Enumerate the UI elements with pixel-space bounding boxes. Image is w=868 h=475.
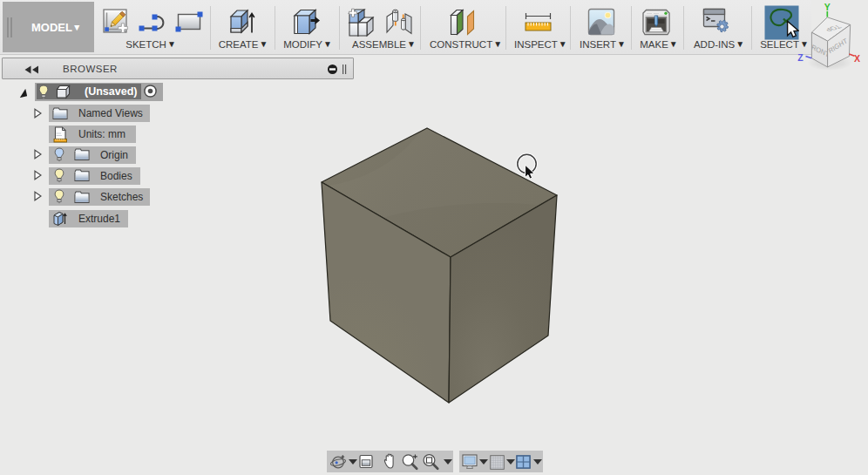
svg-text:Z: Z	[797, 52, 804, 63]
svg-text:X: X	[854, 53, 860, 64]
svg-text:Y: Y	[824, 2, 831, 12]
